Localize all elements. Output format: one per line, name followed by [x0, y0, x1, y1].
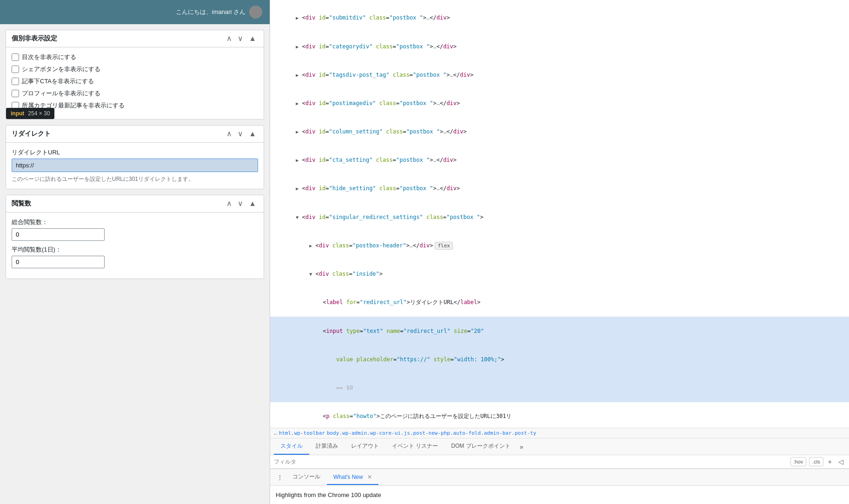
tree-line-8[interactable]: ▼ <div id="singular_redirect_settings" c… — [270, 203, 849, 231]
tree-line-10[interactable]: ▼ <div class="inside"> — [270, 260, 849, 288]
tab-event-listeners-label: イベント リスナー — [392, 443, 438, 449]
tab-styles[interactable]: スタイル — [274, 438, 309, 455]
tooltip-label: input — [11, 110, 24, 117]
bottom-content-text: Highlights from the Chrome 100 update — [276, 491, 381, 498]
tab-dom-breakpoints[interactable]: DOM ブレークポイント — [444, 438, 517, 455]
individual-hide-postbox: 個別非表示設定 ∧ ∨ ▲ 目次を非表示にする シェアボタンを非表示にする 記事… — [6, 30, 264, 119]
tab-computed-label: 計算済み — [316, 443, 338, 449]
total-views-label: 総合閲覧数： — [12, 218, 258, 226]
breadcrumb-item-html[interactable]: html.wp-toolbar — [279, 430, 325, 436]
checkbox-cta-input[interactable] — [12, 78, 19, 85]
checkbox-share-label: シェアボタンを非表示にする — [22, 65, 100, 73]
tab-layout-label: レイアウト — [351, 443, 379, 449]
tree-line-3[interactable]: ▶ <div id="tagsdiv-post_tag" class="post… — [270, 60, 849, 89]
tree-line-6[interactable]: ▶ <div id="cta_setting" class="postbox "… — [270, 146, 849, 174]
tab-more-button[interactable]: » — [517, 439, 526, 454]
tree-line-7[interactable]: ▶ <div id="hide_setting" class="postbox … — [270, 174, 849, 203]
tree-line-1[interactable]: ▶ <div id="submitdiv" class="postbox ">…… — [270, 4, 849, 32]
avatar — [249, 6, 262, 19]
tab-styles-label: スタイル — [280, 443, 303, 449]
greeting-text: こんにちは、imanari さん — [176, 8, 245, 16]
checkbox-cta[interactable]: 記事下CTAを非表示にする — [12, 77, 258, 86]
checkbox-toc-input[interactable] — [12, 53, 19, 61]
individual-hide-title: 個別非表示設定 — [12, 34, 57, 43]
checkbox-share[interactable]: シェアボタンを非表示にする — [12, 65, 258, 73]
views-postbox-inside: 総合閲覧数： 平均閲覧数(1日)： — [6, 212, 264, 279]
total-views-field: 総合閲覧数： — [12, 218, 258, 241]
checkbox-profile-input[interactable] — [12, 90, 19, 97]
tree-line-5[interactable]: ▶ <div id="column_setting" class="postbo… — [270, 118, 849, 146]
tree-line-9[interactable]: ▶ <div class="postbox-header">…</div>fle… — [270, 231, 849, 259]
collapse-up-button[interactable]: ∧ — [225, 34, 234, 43]
tree-line-14[interactable]: <p class="howto">このページに訪れるユーザーを設定したURLに3… — [270, 402, 849, 428]
redirect-postbox: input 254 × 30 リダイレクト ∧ ∨ ▲ リダイレクトURL この… — [6, 125, 264, 189]
tree-line-2[interactable]: ▶ <div id="categorydiv" class="postbox "… — [270, 32, 849, 60]
checkbox-profile[interactable]: プロフィールを非表示にする — [12, 89, 258, 98]
filter-cls-button[interactable]: .cls — [809, 457, 823, 466]
checkbox-profile-label: プロフィールを非表示にする — [22, 89, 100, 98]
views-collapse-up-button[interactable]: ∧ — [225, 199, 234, 208]
tab-event-listeners[interactable]: イベント リスナー — [385, 438, 444, 455]
redirect-postbox-header: リダイレクト ∧ ∨ ▲ — [6, 126, 264, 143]
checkbox-toc[interactable]: 目次を非表示にする — [12, 53, 258, 61]
redirect-help-text: このページに訪れるユーザーを設定したURLに301リダイレクトします。 — [12, 175, 258, 183]
input-tooltip: input 254 × 30 — [6, 108, 54, 119]
tab-console-label: コンソール — [292, 473, 320, 480]
average-views-input[interactable] — [12, 256, 105, 268]
checkbox-toc-label: 目次を非表示にする — [22, 53, 76, 61]
tab-computed[interactable]: 計算済み — [309, 438, 345, 455]
bottom-tabs: ⋮ コンソール What's New ✕ — [270, 469, 849, 486]
breadcrumb-ellipsis[interactable]: … — [274, 430, 277, 436]
flex-badge: flex — [435, 242, 453, 250]
redirect-controls: ∧ ∨ ▲ — [225, 129, 258, 139]
devtools-filter-bar: :hov .cls + ◁ — [270, 455, 849, 469]
devtools-bottom-panel: ⋮ コンソール What's New ✕ Highlights from the… — [270, 469, 849, 504]
filter-back-button[interactable]: ◁ — [836, 457, 845, 466]
bottom-tab-more[interactable]: ⋮ — [274, 470, 286, 485]
tree-line-12[interactable]: <input type="text" name="redirect_url" s… — [270, 317, 849, 345]
tree-line-11[interactable]: <label for="redirect_url">リダイレクトURL</lab… — [270, 288, 849, 317]
tab-dom-breakpoints-label: DOM ブレークポイント — [451, 443, 510, 449]
tree-line-13[interactable]: value placeholder="https://" style="widt… — [270, 345, 849, 373]
filter-hov-button[interactable]: :hov — [790, 457, 807, 466]
redirect-url-input[interactable] — [12, 159, 258, 172]
breadcrumb-item-body[interactable]: body.wp-admin.wp-core-ui.js.post-new-php… — [327, 430, 536, 436]
redirect-collapse-up-button[interactable]: ∧ — [225, 129, 234, 139]
tab-whats-new[interactable]: What's New ✕ — [327, 470, 378, 485]
devtools-html-tree[interactable]: ▶ <div id="submitdiv" class="postbox ">…… — [270, 0, 849, 428]
tab-layout[interactable]: レイアウト — [345, 438, 385, 455]
individual-hide-controls: ∧ ∨ ▲ — [225, 34, 258, 43]
filter-add-button[interactable]: + — [826, 457, 834, 466]
individual-hide-postbox-header: 個別非表示設定 ∧ ∨ ▲ — [6, 30, 264, 47]
tree-line-dollar[interactable]: == $0 — [270, 374, 849, 402]
redirect-close-button[interactable]: ▲ — [247, 129, 258, 139]
redirect-collapse-down-button[interactable]: ∨ — [236, 129, 245, 139]
tab-whats-new-label: What's New — [333, 474, 363, 480]
devtools-panel: ▶ <div id="submitdiv" class="postbox ">…… — [270, 0, 849, 504]
filter-buttons: :hov .cls + ◁ — [790, 457, 845, 466]
devtools-breadcrumb: … html.wp-toolbar body.wp-admin.wp-core-… — [270, 428, 849, 438]
devtools-tabs: スタイル 計算済み レイアウト イベント リスナー DOM ブレークポイント » — [270, 438, 849, 455]
left-panel: こんにちは、imanari さん 個別非表示設定 ∧ ∨ ▲ 目次を非表示にする… — [0, 0, 270, 504]
average-views-field: 平均閲覧数(1日)： — [12, 245, 258, 268]
checkbox-share-input[interactable] — [12, 66, 19, 73]
views-collapse-down-button[interactable]: ∨ — [236, 199, 245, 208]
close-postbox-button[interactable]: ▲ — [247, 34, 258, 43]
views-postbox: 閲覧数 ∧ ∨ ▲ 総合閲覧数： 平均閲覧数(1日)： — [6, 195, 264, 279]
tooltip-dimensions: 254 × 30 — [28, 110, 50, 117]
views-controls: ∧ ∨ ▲ — [225, 199, 258, 208]
redirect-postbox-inside: リダイレクトURL このページに訪れるユーザーを設定したURLに301リダイレク… — [6, 143, 264, 189]
tree-line-4[interactable]: ▶ <div id="postimagediv" class="postbox … — [270, 89, 849, 118]
views-close-button[interactable]: ▲ — [247, 199, 258, 208]
filter-input[interactable] — [274, 458, 787, 465]
total-views-input[interactable] — [12, 228, 105, 241]
tab-whats-new-close[interactable]: ✕ — [367, 474, 372, 480]
checkbox-cta-label: 記事下CTAを非表示にする — [22, 77, 94, 86]
views-postbox-header: 閲覧数 ∧ ∨ ▲ — [6, 195, 264, 212]
bottom-content: Highlights from the Chrome 100 update — [270, 486, 849, 504]
redirect-title: リダイレクト — [12, 130, 51, 138]
average-views-label: 平均閲覧数(1日)： — [12, 245, 258, 254]
tab-console[interactable]: コンソール — [286, 469, 327, 485]
collapse-down-button[interactable]: ∨ — [236, 34, 245, 43]
views-title: 閲覧数 — [12, 199, 31, 208]
